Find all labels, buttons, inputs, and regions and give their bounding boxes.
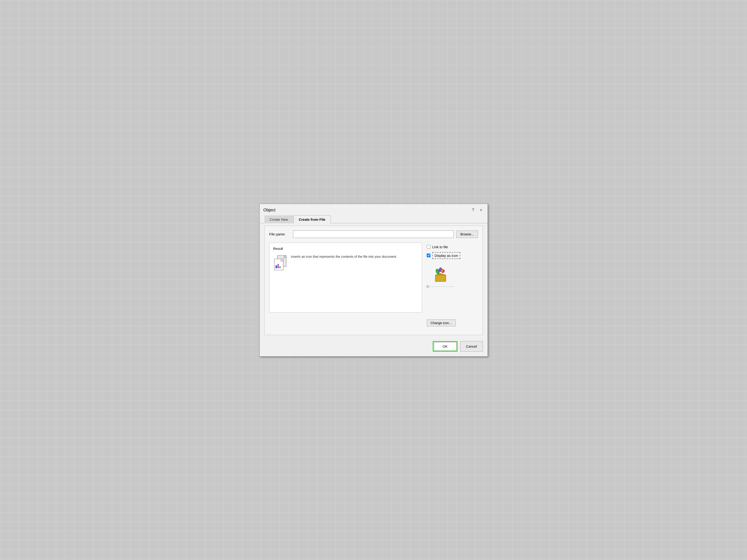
result-title: Result [273, 247, 418, 250]
icon-preview-image [431, 265, 450, 284]
link-to-file-row: Link to file [427, 245, 448, 249]
ok-button-wrapper: OK [433, 341, 458, 352]
result-section: Result [269, 243, 422, 313]
icon-label: C:~~~~~~~~~~~~~~ [427, 285, 455, 288]
display-as-icon-row: Display as icon [427, 252, 461, 259]
display-as-icon-box: Display as icon [432, 252, 461, 259]
left-panel: Result [269, 243, 422, 326]
display-as-icon-label[interactable]: Display as icon [435, 254, 458, 258]
right-panel: Link to file Display as icon [427, 243, 478, 326]
dialog-body: Create New Create from File File name: B… [260, 215, 488, 356]
svg-rect-7 [277, 264, 279, 268]
svg-point-16 [438, 269, 441, 272]
close-button[interactable]: × [479, 207, 484, 213]
svg-rect-8 [279, 266, 281, 268]
display-as-icon-checkbox[interactable] [427, 254, 431, 257]
svg-rect-6 [276, 265, 277, 268]
file-name-input[interactable] [293, 231, 454, 238]
result-description: Inserts an icon that represents the cont… [291, 254, 397, 259]
dialog-title: Object [263, 208, 276, 213]
tab-create-new[interactable]: Create New [264, 215, 293, 223]
svg-marker-12 [440, 273, 446, 275]
file-name-row: File name: Browse... [269, 231, 478, 238]
svg-rect-2 [284, 256, 286, 258]
result-icon [273, 254, 287, 270]
ok-button[interactable]: OK [434, 342, 456, 350]
svg-point-15 [441, 269, 445, 273]
help-button[interactable]: ? [470, 207, 475, 213]
content-area: File name: Browse... Result [264, 225, 483, 335]
change-icon-button[interactable]: Change icon... [427, 319, 456, 326]
titlebar-buttons: ? × [470, 207, 484, 213]
icon-preview: C:~~~~~~~~~~~~~~ [427, 265, 455, 288]
result-content: Inserts an icon that represents the cont… [273, 254, 418, 270]
tab-create-from-file[interactable]: Create from File [293, 215, 331, 223]
tab-bar: Create New Create from File [260, 215, 488, 223]
dialog-titlebar: Object ? × [260, 204, 488, 215]
svg-rect-5 [281, 259, 283, 261]
link-to-file-label[interactable]: Link to file [432, 245, 448, 249]
browse-button[interactable]: Browse... [456, 231, 478, 238]
middle-section: Result [269, 243, 478, 326]
cancel-button[interactable]: Cancel [460, 341, 483, 352]
svg-rect-10 [435, 275, 446, 282]
object-dialog: Object ? × Create New Create from File F… [259, 204, 488, 356]
file-name-label: File name: [269, 232, 290, 236]
link-to-file-checkbox[interactable] [427, 245, 431, 249]
bottom-row: OK Cancel [264, 339, 483, 352]
